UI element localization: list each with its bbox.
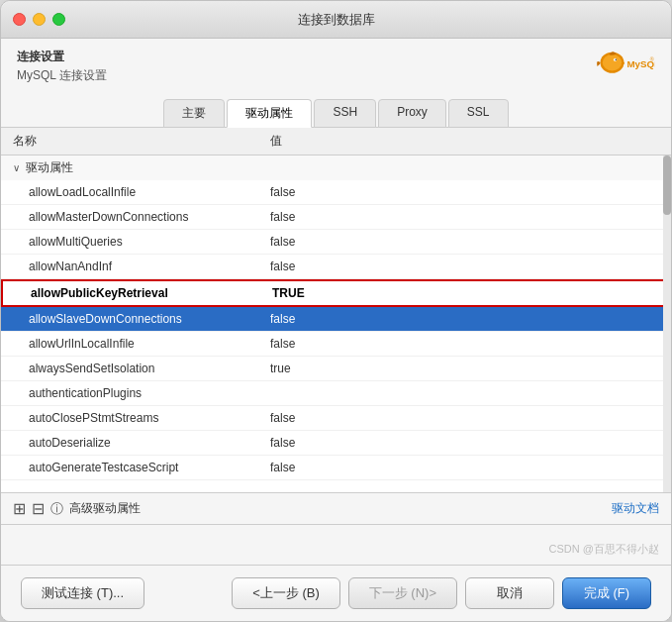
header-left: 连接设置 MySQL 连接设置 — [17, 49, 596, 84]
subsection-label: MySQL 连接设置 — [17, 67, 596, 84]
row-value: false — [258, 258, 671, 275]
tab-driver[interactable]: 驱动属性 — [227, 99, 312, 128]
scrollbar-track[interactable] — [663, 156, 671, 492]
next-button[interactable]: 下一步 (N)> — [348, 577, 457, 609]
tab-proxy[interactable]: Proxy — [378, 99, 446, 128]
footer-bar: ⊞ ⊟ ⓘ 高级驱动属性 驱动文档 — [1, 492, 671, 524]
row-name: autoDeserialize — [1, 434, 258, 452]
row-name: allowNanAndInf — [1, 258, 258, 275]
watermark: CSDN @百思不得小赵 — [549, 542, 659, 557]
row-value: false — [258, 233, 671, 251]
footer-label: 高级驱动属性 — [69, 500, 141, 517]
close-button[interactable] — [13, 13, 26, 26]
traffic-lights[interactable] — [13, 13, 65, 26]
row-value: false — [258, 183, 671, 201]
prev-button[interactable]: <上一步 (B) — [232, 577, 340, 609]
group-label: 驱动属性 — [26, 159, 73, 176]
cancel-button[interactable]: 取消 — [465, 577, 554, 609]
table-row[interactable]: allowMasterDownConnections false — [1, 205, 671, 230]
row-value: false — [258, 335, 671, 353]
mysql-logo: MySQL ® — [596, 45, 655, 82]
scrollbar-thumb[interactable] — [663, 156, 671, 215]
finish-button[interactable]: 完成 (F) — [562, 577, 651, 609]
table-row[interactable]: alwaysSendSetIsolation true — [1, 357, 671, 381]
row-value: true — [258, 360, 671, 377]
row-value: TRUE — [260, 284, 669, 302]
table-body[interactable]: ∨ 驱动属性 allowLoadLocalInfile false allowM… — [1, 156, 671, 492]
minimize-button[interactable] — [33, 13, 46, 26]
tabs-bar: 主要 驱动属性 SSH Proxy SSL — [1, 90, 671, 128]
content-area: 名称 值 ∨ 驱动属性 allowLoadLocalInfile false a… — [1, 128, 671, 524]
row-name: allowMasterDownConnections — [1, 208, 258, 226]
section-label: 连接设置 — [17, 49, 596, 65]
row-value — [258, 391, 671, 395]
table-row[interactable]: autoDeserialize false — [1, 431, 671, 456]
group-header[interactable]: ∨ 驱动属性 — [1, 156, 671, 180]
row-name: authenticationPlugins — [1, 384, 258, 402]
tab-ssh[interactable]: SSH — [314, 99, 376, 128]
col-name-header: 名称 — [1, 133, 258, 150]
row-value: false — [258, 208, 671, 226]
table-row[interactable]: autoClosePStmtStreams false — [1, 406, 671, 431]
svg-text:®: ® — [650, 56, 654, 62]
table-header: 名称 值 — [1, 128, 671, 156]
table-row[interactable]: autoGenerateTestcaseScript false — [1, 456, 671, 480]
row-name: autoClosePStmtStreams — [1, 409, 258, 427]
add-row-icon[interactable]: ⊞ — [13, 499, 26, 518]
table-row[interactable]: allowLoadLocalInfile false — [1, 180, 671, 205]
bottom-buttons: 测试连接 (T)... <上一步 (B) 下一步 (N)> 取消 完成 (F) — [1, 565, 671, 621]
row-name: allowUrlInLocalInfile — [1, 335, 258, 353]
svg-point-3 — [616, 59, 618, 61]
table-row-highlighted[interactable]: allowPublicKeyRetrieval TRUE — [1, 279, 671, 307]
row-value: false — [258, 310, 671, 328]
test-connection-button[interactable]: 测试连接 (T)... — [21, 577, 144, 609]
header: 连接设置 MySQL 连接设置 MySQL ® — [1, 39, 671, 90]
row-value: false — [258, 434, 671, 452]
row-name: allowLoadLocalInfile — [1, 183, 258, 201]
row-value: false — [258, 409, 671, 427]
row-name: allowMultiQueries — [1, 233, 258, 251]
tab-main[interactable]: 主要 — [163, 99, 225, 128]
row-value: false — [258, 459, 671, 476]
table-row[interactable]: authenticationPlugins — [1, 381, 671, 406]
info-icon[interactable]: ⓘ — [50, 500, 63, 518]
table-row-selected[interactable]: allowSlaveDownConnections false — [1, 307, 671, 332]
window-title: 连接到数据库 — [298, 11, 375, 29]
row-name: alwaysSendSetIsolation — [1, 360, 258, 377]
svg-point-1 — [603, 54, 623, 71]
tab-ssl[interactable]: SSL — [448, 99, 509, 128]
table-row[interactable]: allowMultiQueries false — [1, 230, 671, 255]
row-name: autoGenerateTestcaseScript — [1, 459, 258, 476]
header-right: MySQL ® — [596, 45, 655, 82]
col-value-header: 值 — [258, 133, 671, 150]
titlebar: 连接到数据库 — [1, 1, 671, 39]
maximize-button[interactable] — [52, 13, 65, 26]
row-name: allowPublicKeyRetrieval — [3, 284, 260, 302]
group-toggle-icon: ∨ — [13, 162, 20, 173]
driver-docs-link[interactable]: 驱动文档 — [612, 500, 659, 517]
table-row[interactable]: allowNanAndInf false — [1, 255, 671, 279]
row-name: allowSlaveDownConnections — [1, 310, 258, 328]
watermark-area: CSDN @百思不得小赵 — [1, 525, 671, 565]
table-row[interactable]: allowUrlInLocalInfile false — [1, 332, 671, 357]
remove-row-icon[interactable]: ⊟ — [32, 499, 45, 518]
